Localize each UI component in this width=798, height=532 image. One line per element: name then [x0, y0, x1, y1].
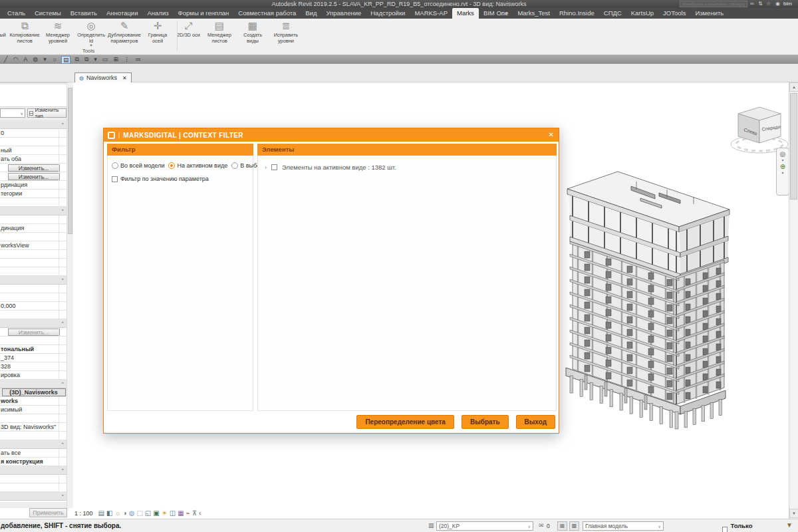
filter-scope-radio[interactable]: Во всей модели — [112, 162, 164, 169]
filter-scope-radio[interactable]: На активном виде — [168, 162, 227, 169]
modify-selection-icon[interactable]: ▭▾ — [496, 9, 512, 19]
constraints-icon[interactable]: ⊼ — [192, 509, 197, 517]
ribbon-tab[interactable]: СПДС — [599, 8, 626, 19]
type-selector-combo[interactable]: ∨ — [0, 108, 25, 118]
param-filter-checkbox-row[interactable]: Фильтр по значению параметра — [108, 169, 253, 182]
ribbon-button[interactable]: ≣ Исправить уровни ▾ — [270, 19, 302, 45]
group-collapse-icon[interactable]: ⌃ — [61, 120, 65, 129]
dots-icon[interactable]: ⋮ — [122, 56, 131, 64]
vertical-scrollbar[interactable]: ▲ ▼ — [789, 82, 798, 519]
crop-view-icon[interactable]: ⬚ — [136, 509, 142, 517]
text-note-icon[interactable]: A — [22, 56, 29, 64]
user-account-icon[interactable]: ◉ — [775, 0, 780, 8]
checkbox-icon[interactable] — [722, 527, 728, 532]
design-option-combo[interactable]: Главная модель ∨ — [583, 521, 664, 531]
group-collapse-icon[interactable]: ⌃ — [61, 319, 65, 328]
view-tab-navisworks[interactable]: ◍ Navisworks ✕ — [74, 72, 132, 82]
zoom-caret-icon[interactable]: ▾ — [781, 171, 783, 176]
dialog-close-icon[interactable]: ✕ — [549, 130, 554, 140]
ribbon-button[interactable]: ≋ Менеджер уровней ▾ — [42, 19, 74, 45]
ribbon-tab[interactable]: Формы и генплан — [174, 8, 234, 19]
group-collapse-icon[interactable]: ⌃ — [61, 207, 65, 215]
ribbon-tab[interactable]: KartsUp — [626, 8, 658, 19]
ribbon-tab[interactable]: Marks — [452, 8, 479, 19]
elements-tree-row[interactable]: › Элементы на активном виде : 1382 шт. — [258, 156, 556, 171]
group-collapse-icon[interactable]: ⌃ — [61, 466, 65, 475]
worksharing-button[interactable]: ▦ — [557, 521, 567, 531]
ribbon-tab[interactable]: Аннотации — [102, 8, 143, 19]
temporary-hide-isolate-icon[interactable]: ▣ — [153, 509, 159, 517]
sun-path-icon[interactable]: ☼ — [114, 509, 120, 517]
edit-type-button[interactable]: Изменить тип — [27, 108, 66, 118]
ribbon-button[interactable]: ⧉ Копирование листов ▾ — [9, 19, 41, 45]
tile-windows-icon[interactable]: ⊞ — [112, 56, 120, 64]
window-icon[interactable]: ▭ — [101, 56, 110, 64]
measure-icon[interactable]: ╱ — [3, 56, 9, 64]
group-collapse-icon[interactable]: ⌃ — [61, 380, 65, 388]
property-row[interactable]: (3D)_Navisworks ⌃ — [0, 388, 66, 397]
binoculars-search-icon[interactable]: ∞ — [750, 0, 754, 8]
ribbon-button[interactable]: ▤ Менеджер листов ▾ — [203, 19, 235, 45]
copy-monitor-icon[interactable]: ⧉ — [83, 56, 90, 64]
close-view-icon[interactable]: ✕ — [122, 75, 127, 81]
ribbon-button[interactable]: ▽ Контекстный фильтр ▾ — [0, 19, 7, 45]
selection-filter-icon[interactable]: ▼ — [786, 521, 793, 529]
detail-level-icon[interactable]: ▤ — [98, 509, 104, 517]
link-icon[interactable]: ⧉ — [73, 56, 80, 64]
view-scale-button[interactable]: 1 : 100 — [74, 510, 93, 517]
more-icon[interactable]: ‹ — [199, 509, 201, 517]
visibility-graphics-icon[interactable]: ▤ — [61, 56, 71, 64]
apply-button[interactable]: Применить — [29, 508, 67, 517]
dialog-button[interactable]: Переопределение цвета — [356, 415, 454, 429]
temporary-view-properties-icon[interactable]: ▦ — [178, 509, 184, 517]
dropdown-caret-icon[interactable]: ▾ — [42, 56, 48, 64]
analytical-model-icon[interactable]: ⌁ — [186, 509, 190, 517]
properties-scrollbar[interactable] — [66, 82, 73, 508]
ribbon-tab[interactable]: Совместная работа — [233, 8, 301, 19]
ribbon-tab[interactable]: Надстройки — [366, 8, 410, 19]
ribbon-tab[interactable]: Rhino.Inside — [555, 8, 599, 19]
checkbox-icon[interactable] — [112, 176, 118, 182]
wheel-caret-icon[interactable]: ▾ — [781, 158, 783, 163]
help-search-input[interactable] — [680, 1, 747, 7]
signed-in-account[interactable]: bim — [783, 0, 792, 8]
shadows-icon[interactable]: ◑ — [123, 509, 127, 517]
ribbon-button[interactable]: ⤢ 2D/3D оси ▾ — [175, 19, 202, 39]
property-row[interactable]: Изменить... ⌃ — [0, 164, 66, 172]
ribbon-tab[interactable]: JOTools — [658, 8, 690, 19]
ribbon-tab[interactable]: Вставить — [66, 8, 102, 19]
expand-arrow-icon[interactable]: › — [265, 164, 267, 171]
group-collapse-icon[interactable]: ⌃ — [61, 492, 65, 501]
angle-icon[interactable]: ◠ — [11, 56, 19, 64]
ribbon-button[interactable]: ◎ Определить Id ▾ — [75, 19, 107, 48]
ribbon-tab[interactable]: Вид — [301, 8, 321, 19]
scroll-up-icon[interactable]: ▲ — [789, 82, 798, 92]
properties-scrollbar-thumb[interactable] — [68, 88, 72, 234]
sun-settings-icon[interactable]: ☼ — [51, 56, 59, 64]
dialog-title-bar[interactable]: | MARKSDIGITAL | CONTEXT FILTER ✕ — [104, 128, 559, 142]
render-icon[interactable]: ◍ — [31, 56, 39, 64]
checkbox-icon[interactable] — [271, 164, 277, 170]
scroll-down-icon[interactable]: ▼ — [789, 509, 798, 518]
property-row[interactable]: Изменить... ⌃ — [0, 172, 66, 181]
worksharing-display-icon[interactable]: ◫ — [170, 509, 176, 517]
property-row[interactable]: Изменить... ⌃ — [0, 328, 66, 336]
dialog-button[interactable]: Выход — [516, 415, 555, 429]
sync-button[interactable]: ▩ — [569, 521, 579, 531]
group-collapse-icon[interactable]: ⌃ — [61, 440, 65, 449]
ribbon-tab[interactable]: Изменить — [690, 8, 728, 19]
ribbon-tab[interactable]: Сталь — [3, 8, 30, 19]
ribbon-tab[interactable]: Системы — [30, 8, 66, 19]
zoom-icon[interactable]: ⊕ — [780, 163, 785, 171]
caret-icon[interactable]: ▾ — [92, 56, 98, 64]
ribbon-tab[interactable]: Анализ — [142, 8, 173, 19]
sync-icon[interactable]: ⇅ — [758, 0, 763, 8]
navigation-wheel-icon[interactable]: ◎ — [780, 150, 786, 158]
ribbon-button[interactable]: ✎ Дублирование параметров ▾ — [108, 19, 140, 45]
ribbon-tab[interactable]: Управление — [321, 8, 366, 19]
group-collapse-icon[interactable]: ⌃ — [61, 276, 65, 285]
visual-style-icon[interactable]: ◧ — [106, 509, 112, 517]
scrollbar-thumb[interactable] — [790, 93, 797, 200]
crop-region-visibility-icon[interactable]: ◱ — [145, 509, 151, 517]
options-icon[interactable]: ≔ — [134, 56, 142, 64]
